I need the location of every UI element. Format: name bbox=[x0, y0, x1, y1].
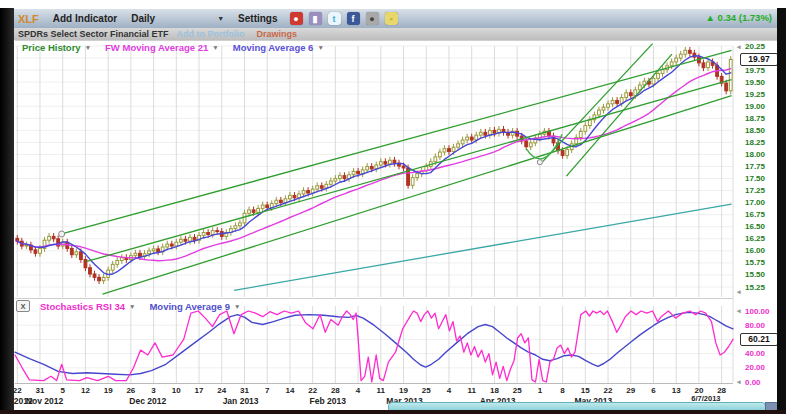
ma6-dropdown[interactable]: Moving Average 6 ▼ bbox=[233, 42, 324, 53]
drawing-handle[interactable] bbox=[537, 160, 542, 165]
fw-ma21-dropdown[interactable]: FW Moving Average 21 ▼ bbox=[105, 42, 219, 53]
add-to-portfolio-link[interactable]: Add to Portfolio bbox=[177, 29, 245, 39]
drawing-handle[interactable] bbox=[59, 231, 65, 237]
window-bottom-edge bbox=[0, 410, 786, 414]
note-icon[interactable]: ▪ bbox=[385, 12, 398, 25]
ma21-line bbox=[17, 69, 730, 261]
ma6-line bbox=[17, 56, 730, 275]
gridlines bbox=[15, 41, 777, 384]
stoch-value-tag: 60.21 bbox=[740, 333, 778, 346]
wedge-left-line bbox=[543, 44, 653, 162]
symbol-label[interactable]: XLF bbox=[18, 13, 39, 25]
chevron-down-icon: ▼ bbox=[234, 303, 240, 310]
price-change-badge: ▲ 0.34 (1.73%) bbox=[706, 12, 772, 23]
facebook-icon[interactable]: f bbox=[347, 12, 360, 25]
charting-app-window: XLF Add Indicator Daily ▼ Settings ●▮tf●… bbox=[0, 0, 786, 414]
period-value: Daily bbox=[131, 13, 155, 24]
chevron-down-icon: ▼ bbox=[212, 44, 218, 51]
ma6-label: Moving Average 6 bbox=[233, 42, 314, 53]
twitter-icon[interactable]: t bbox=[328, 12, 341, 25]
change-text: 0.34 (1.73%) bbox=[718, 12, 772, 23]
price-indicator-header: Price History ▼ FW Moving Average 21 ▼ M… bbox=[22, 42, 338, 53]
stoch-indicator-header: X Stochastics RSI 34 ▼ Moving Average 9 … bbox=[16, 300, 255, 312]
support-teal-line bbox=[234, 204, 732, 290]
etf-name-label: SPDRs Select Sector Financial ETF bbox=[18, 29, 169, 39]
chevron-down-icon: ▼ bbox=[85, 44, 91, 51]
alerts-clock-icon[interactable]: ● bbox=[290, 12, 303, 25]
period-dropdown[interactable]: Daily ▼ bbox=[131, 13, 224, 24]
channel-mid-line bbox=[87, 80, 732, 262]
channel-lower-line bbox=[103, 96, 732, 295]
wedge-right-line bbox=[566, 54, 672, 176]
stoch-rsi-label: Stochastics RSI 34 bbox=[40, 301, 125, 312]
fw-ma21-label: FW Moving Average 21 bbox=[105, 42, 208, 53]
window-right-edge bbox=[777, 8, 786, 414]
price-history-label: Price History bbox=[22, 42, 81, 53]
stoch-rsi-dropdown[interactable]: Stochastics RSI 34 ▼ bbox=[40, 301, 135, 312]
settings-button[interactable]: Settings bbox=[238, 13, 277, 24]
price-history-dropdown[interactable]: Price History ▼ bbox=[22, 42, 91, 53]
last-price-tag: 19.97 bbox=[740, 53, 778, 66]
toolbar-icon-strip: ●▮tf●▪ bbox=[290, 12, 398, 25]
price-chart-canvas[interactable] bbox=[0, 0, 786, 414]
main-toolbar: XLF Add Indicator Daily ▼ Settings ●▮tf●… bbox=[0, 9, 786, 29]
title-bar: SPDRs Select Sector Financial ETF Add to… bbox=[0, 28, 786, 40]
close-indicator-button[interactable]: X bbox=[16, 300, 30, 312]
database-icon[interactable]: ▮ bbox=[309, 12, 322, 25]
up-arrow-icon: ▲ bbox=[706, 12, 715, 23]
camera-icon[interactable]: ● bbox=[366, 12, 379, 25]
chevron-down-icon: ▼ bbox=[317, 44, 323, 51]
stoch-ma9-label: Moving Average 9 bbox=[149, 301, 230, 312]
chevron-down-icon: ▼ bbox=[217, 15, 224, 22]
drawings-link[interactable]: Drawings bbox=[257, 29, 298, 39]
stoch-ma9-dropdown[interactable]: Moving Average 9 ▼ bbox=[149, 301, 240, 312]
add-indicator-button[interactable]: Add Indicator bbox=[53, 13, 117, 24]
chevron-down-icon: ▼ bbox=[129, 303, 135, 310]
window-left-edge bbox=[0, 8, 14, 414]
